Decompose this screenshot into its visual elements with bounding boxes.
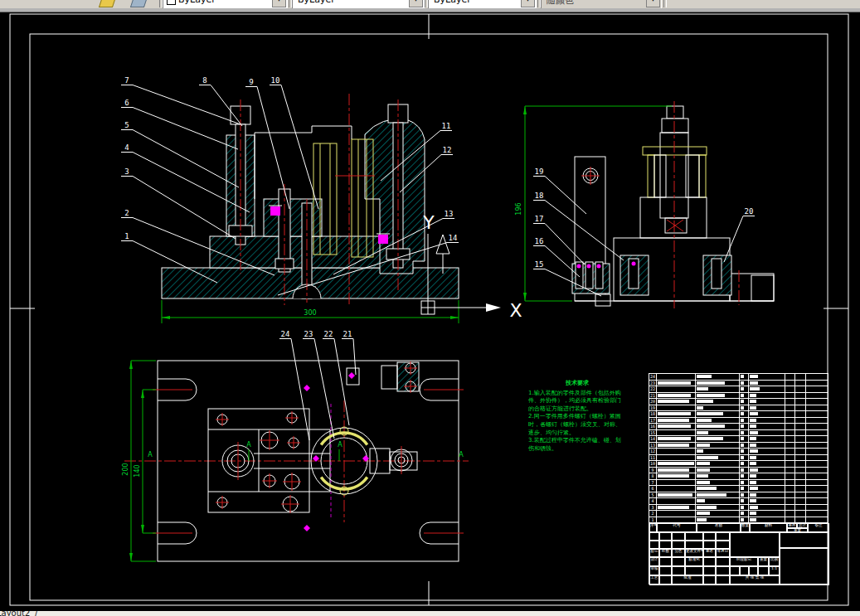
bom-cell [806, 411, 828, 417]
bom-row: 13 [649, 443, 828, 449]
chevron-down-icon: ▼ [646, 0, 660, 7]
chevron-down-icon[interactable]: ▼ [409, 0, 423, 7]
bom-cell [785, 449, 795, 454]
linetype-control-combo[interactable]: ByLayer ▼ [292, 0, 425, 8]
layout-tab-bar[interactable]: Layout2 / [0, 611, 860, 616]
bom-cell [806, 517, 828, 523]
callout-number: 12 [443, 146, 452, 154]
bom-cell [749, 418, 786, 424]
bom-cell [795, 449, 806, 454]
toolbar-separator [663, 0, 667, 7]
autocad-window: ByLayer ▼ ByLayer ▼ ByLayer ▼ 随颜色 ▼ [0, 0, 860, 616]
tab-separator: / [35, 611, 37, 616]
bom-cell [657, 517, 697, 523]
bom-cell [785, 492, 795, 498]
bom-cell [740, 436, 749, 442]
bom-row: 8 [649, 473, 828, 480]
callout-20: 20 [724, 207, 755, 262]
toolbar-partial-button[interactable] [80, 0, 93, 8]
bom-cell [740, 498, 749, 504]
top-view: A A A A 200 [122, 361, 469, 561]
bom-cell [795, 430, 806, 436]
titleblock-cell [716, 575, 730, 585]
callout-16: 16 [533, 237, 580, 277]
chevron-down-icon[interactable]: ▼ [521, 0, 535, 7]
bom-cell [795, 381, 806, 386]
color-control-value: ByLayer [178, 0, 216, 5]
bom-cell [740, 399, 749, 405]
titleblock-cell [716, 566, 730, 575]
titleblock-cell-分区: 分区 [672, 549, 685, 557]
color-swatch-icon [167, 0, 176, 5]
make-object-layer-current-button[interactable] [93, 0, 123, 8]
bom-row: 6 [649, 486, 828, 492]
front-width-dimension: 300 [162, 300, 459, 323]
bom-cell [740, 405, 749, 411]
callout-number: 3 [124, 167, 129, 176]
bom-cell [806, 374, 828, 380]
bom-cell [795, 399, 806, 405]
bom-cell [806, 480, 828, 486]
bom-row: 10 [649, 461, 828, 468]
bom-cell [696, 505, 740, 511]
bom-cell [749, 461, 786, 467]
color-control-combo[interactable]: ByLayer ▼ [163, 0, 288, 8]
tab-layout2[interactable]: Layout2 [0, 611, 30, 616]
y-axis-label: Y [422, 212, 435, 233]
bom-row: 4 [649, 498, 828, 505]
bom-cell [740, 411, 749, 417]
titleblock-cell-标准化: 标准化 [685, 557, 703, 566]
drawing-canvas[interactable]: 300 [0, 12, 860, 611]
bom-row: 16 [649, 424, 828, 430]
bom-cell [785, 399, 795, 405]
callout-number: 18 [535, 192, 544, 200]
bom-cell [806, 468, 828, 473]
bom-cell: 10 [649, 461, 657, 467]
bom-cell [795, 473, 806, 479]
properties-toolbar-inner: ByLayer ▼ ByLayer ▼ ByLayer ▼ 随颜色 ▼ [0, 0, 860, 8]
dimension-300: 300 [304, 309, 316, 317]
technical-requirements: 技术要求 1.输入装配的零件及部件（包括外购件、外协件），均必须具有检验部门的合… [528, 380, 636, 453]
bom-cell [696, 492, 740, 498]
bom-cell [657, 424, 697, 429]
chevron-down-icon[interactable]: ▼ [272, 0, 286, 7]
bom-cell [696, 455, 740, 461]
bom-cell [657, 443, 697, 449]
bom-cell [806, 393, 828, 399]
bom-cell [696, 511, 740, 517]
bom-cell [740, 517, 749, 523]
bom-row: 14 [649, 436, 828, 443]
layer-previous-button[interactable] [124, 0, 154, 8]
properties-toolbar: ByLayer ▼ ByLayer ▼ ByLayer ▼ 随颜色 ▼ [0, 0, 860, 8]
front-view: 300 [162, 94, 459, 323]
plotstyle-control-value: 随颜色 [547, 0, 574, 7]
bom-cell: 9 [649, 468, 657, 473]
bom-cell: 4 [649, 498, 657, 504]
bom-cell [785, 424, 795, 429]
titleblock-cell-代号: 代号 [657, 523, 697, 532]
titleblock-cell-审核: 审核 [649, 566, 659, 575]
bom-cell [657, 381, 697, 386]
bom-cell [740, 449, 749, 454]
bom-cell: 14 [649, 436, 657, 442]
bom-cell [740, 374, 749, 380]
bom-cell: 3 [649, 505, 657, 511]
titleblock-cell [659, 557, 672, 566]
titleblock-cell [659, 532, 672, 541]
callout-number: 24 [281, 330, 290, 338]
bom-cell [696, 517, 740, 523]
bom-cell [749, 492, 786, 498]
callout-number: 14 [449, 234, 458, 242]
titleblock-cell-更改文件号: 更改文件号 [685, 549, 703, 557]
bom-cell [657, 505, 697, 511]
bom-cell [795, 411, 806, 417]
titleblock-cell [730, 566, 740, 575]
bom-cell [795, 436, 806, 442]
bom-cell: 1 [649, 517, 657, 523]
technical-requirement-line: 逐步、均匀拧紧。 [528, 429, 636, 438]
bom-cell [749, 443, 786, 449]
dimension-140: 140 [134, 464, 141, 477]
bom-cell [740, 386, 749, 392]
lineweight-control-combo[interactable]: ByLayer ▼ [428, 0, 537, 8]
bom-cell [795, 492, 806, 498]
